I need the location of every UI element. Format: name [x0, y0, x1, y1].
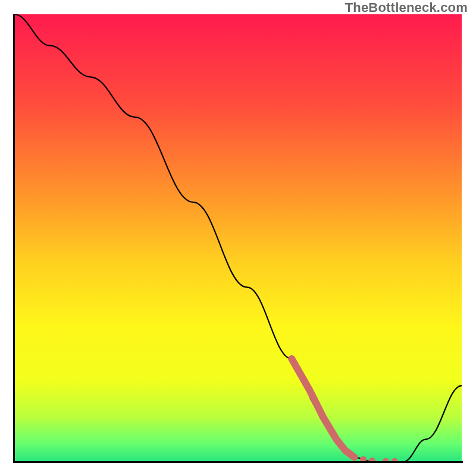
highlight-marker — [292, 359, 397, 462]
highlight-dot — [351, 454, 358, 461]
plot-area — [14, 14, 462, 462]
x-axis — [13, 461, 463, 463]
line-layer — [14, 14, 462, 462]
watermark-text: TheBottleneck.com — [345, 0, 468, 15]
y-axis — [13, 14, 15, 463]
curve-line — [14, 14, 462, 462]
chart-stage: TheBottleneck.com — [0, 0, 476, 476]
highlight-stroke — [292, 359, 354, 457]
